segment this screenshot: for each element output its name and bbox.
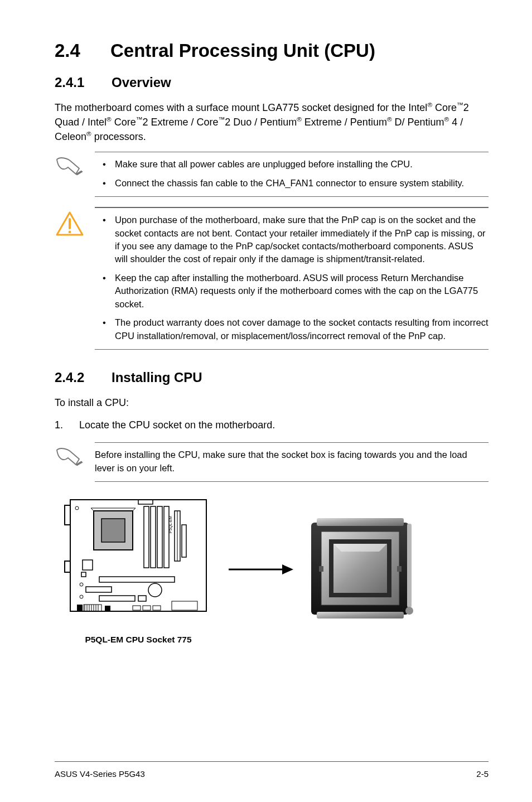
svg-rect-9 [157,506,162,568]
svg-rect-6 [101,519,125,542]
svg-point-1 [69,231,71,234]
svg-rect-11 [138,500,153,504]
note-item: Make sure that all power cables are unpl… [95,158,489,171]
step-number: 1. [55,418,79,432]
svg-text:P5QL-EM: P5QL-EM [168,516,173,533]
note-content: Before installing the CPU, make sure tha… [95,442,489,482]
svg-rect-3 [65,505,70,525]
svg-point-49 [405,607,413,615]
svg-rect-32 [105,606,110,611]
svg-rect-14 [182,525,186,557]
arrow-icon [228,561,294,578]
footer-rule [55,761,489,762]
svg-rect-48 [407,524,412,607]
section-heading: 2.4Central Processing Unit (CPU) [55,40,489,61]
svg-rect-7 [144,506,149,568]
subsection-number: 2.4.1 [55,75,112,90]
caution-item: Upon purchase of the motherboard, make s… [95,214,489,266]
svg-rect-23 [77,605,83,611]
svg-rect-8 [151,506,156,568]
svg-rect-21 [138,596,146,601]
footer-left: ASUS V4-Series P5G43 [55,769,145,779]
svg-point-38 [80,595,83,598]
section-number: 2.4 [55,40,110,61]
subsection-number: 2.4.2 [55,370,112,385]
svg-rect-35 [153,606,161,610]
svg-rect-19 [86,587,112,592]
caution-content: Upon purchase of the motherboard, make s… [95,207,489,350]
intro-text: To install a CPU: [55,395,489,410]
section-title: Central Processing Unit (CPU) [110,40,375,61]
caution-item: The product warranty does not cover dama… [95,316,489,342]
subsection-heading: 2.4.2Installing CPU [55,370,489,385]
svg-rect-20 [99,596,135,601]
svg-rect-46 [317,518,404,526]
figure-caption: P5QL-EM CPU Socket 775 [60,635,216,645]
note-content: Make sure that all power cables are unpl… [95,152,489,197]
svg-rect-16 [81,572,86,577]
step-text: Locate the CPU socket on the motherboard… [79,418,275,432]
footer-right: 2-5 [476,769,489,779]
note-block: Before installing the CPU, make sure tha… [55,442,489,482]
socket-photo [306,513,423,626]
svg-rect-34 [143,606,151,610]
caution-icon [55,207,85,350]
svg-rect-24 [84,605,101,611]
page-footer: ASUS V4-Series P5G43 2-5 [55,769,489,779]
motherboard-diagram: P5QL-EM [60,494,216,628]
svg-point-37 [80,583,83,586]
svg-marker-52 [333,544,387,552]
subsection-title: Installing CPU [112,370,202,385]
subsection-title: Overview [112,75,171,90]
caution-block: Upon purchase of the motherboard, make s… [55,207,489,350]
note-icon [55,442,85,482]
svg-rect-50 [319,566,323,572]
overview-paragraph: The motherboard comes with a surface mou… [55,100,489,144]
svg-rect-4 [65,561,70,572]
svg-rect-18 [99,577,175,582]
svg-rect-47 [317,612,404,619]
note-block: Make sure that all power cables are unpl… [55,152,489,197]
step-item: 1. Locate the CPU socket on the motherbo… [55,418,489,432]
svg-rect-36 [172,601,197,610]
note-item: Connect the chassis fan cable to the CHA… [95,177,489,190]
caution-item: Keep the cap after installing the mother… [95,272,489,311]
svg-point-22 [148,583,162,597]
note-icon [55,152,85,197]
svg-rect-33 [133,606,141,610]
subsection-heading: 2.4.1Overview [55,75,489,90]
svg-point-17 [75,506,79,510]
svg-rect-51 [397,566,402,572]
svg-marker-41 [282,564,293,574]
svg-rect-15 [83,560,93,570]
svg-rect-10 [164,506,169,568]
figure-row: P5QL-EM P5QL-EM CPU Socket 775 [60,494,489,645]
